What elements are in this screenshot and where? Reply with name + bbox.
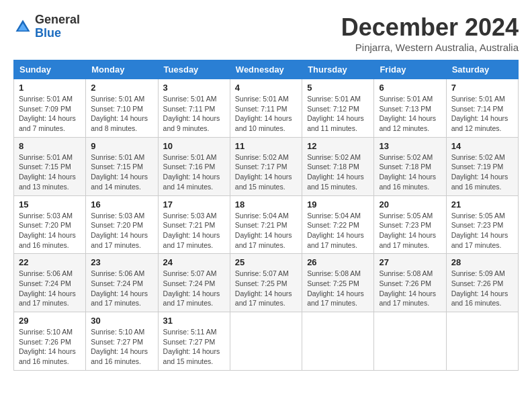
day-number: 15 bbox=[19, 199, 81, 210]
logo-text: General Blue bbox=[35, 13, 80, 40]
calendar-cell: 6Sunrise: 5:01 AM Sunset: 7:13 PM Daylig… bbox=[374, 79, 446, 138]
calendar-cell: 18Sunrise: 5:04 AM Sunset: 7:21 PM Dayli… bbox=[230, 195, 302, 254]
calendar-cell: 1Sunrise: 5:01 AM Sunset: 7:09 PM Daylig… bbox=[14, 79, 86, 138]
day-info: Sunrise: 5:01 AM Sunset: 7:11 PM Dayligh… bbox=[163, 94, 225, 134]
day-info: Sunrise: 5:02 AM Sunset: 7:18 PM Dayligh… bbox=[307, 152, 369, 192]
calendar-cell: 26Sunrise: 5:08 AM Sunset: 7:25 PM Dayli… bbox=[302, 254, 374, 312]
day-info: Sunrise: 5:02 AM Sunset: 7:18 PM Dayligh… bbox=[379, 152, 441, 192]
calendar-cell: 29Sunrise: 5:10 AM Sunset: 7:26 PM Dayli… bbox=[14, 312, 86, 371]
day-info: Sunrise: 5:01 AM Sunset: 7:15 PM Dayligh… bbox=[91, 152, 152, 192]
day-number: 9 bbox=[91, 141, 152, 151]
calendar-week-row: 22Sunrise: 5:06 AM Sunset: 7:24 PM Dayli… bbox=[14, 254, 519, 312]
column-header-tuesday: Tuesday bbox=[158, 60, 230, 79]
calendar-cell: 17Sunrise: 5:03 AM Sunset: 7:21 PM Dayli… bbox=[158, 195, 230, 254]
day-number: 26 bbox=[307, 257, 369, 267]
day-number: 11 bbox=[235, 141, 297, 151]
day-number: 1 bbox=[19, 83, 81, 93]
day-number: 21 bbox=[451, 199, 513, 210]
day-info: Sunrise: 5:01 AM Sunset: 7:12 PM Dayligh… bbox=[307, 94, 369, 134]
logo-general: General bbox=[35, 13, 80, 26]
calendar-cell: 8Sunrise: 5:01 AM Sunset: 7:15 PM Daylig… bbox=[14, 137, 86, 195]
day-info: Sunrise: 5:08 AM Sunset: 7:26 PM Dayligh… bbox=[379, 269, 441, 308]
day-info: Sunrise: 5:07 AM Sunset: 7:25 PM Dayligh… bbox=[235, 269, 297, 308]
calendar-cell: 19Sunrise: 5:04 AM Sunset: 7:22 PM Dayli… bbox=[302, 195, 374, 254]
calendar-cell: 11Sunrise: 5:02 AM Sunset: 7:17 PM Dayli… bbox=[230, 137, 302, 195]
calendar-cell bbox=[302, 312, 374, 371]
day-number: 6 bbox=[379, 83, 441, 93]
day-info: Sunrise: 5:01 AM Sunset: 7:09 PM Dayligh… bbox=[19, 94, 81, 134]
logo-blue: Blue bbox=[35, 26, 61, 40]
day-number: 7 bbox=[451, 83, 513, 93]
day-info: Sunrise: 5:08 AM Sunset: 7:25 PM Dayligh… bbox=[307, 269, 369, 308]
calendar-cell: 3Sunrise: 5:01 AM Sunset: 7:11 PM Daylig… bbox=[158, 79, 230, 138]
calendar-cell: 12Sunrise: 5:02 AM Sunset: 7:18 PM Dayli… bbox=[302, 137, 374, 195]
calendar-cell: 4Sunrise: 5:01 AM Sunset: 7:11 PM Daylig… bbox=[230, 79, 302, 138]
calendar-cell: 10Sunrise: 5:01 AM Sunset: 7:16 PM Dayli… bbox=[158, 137, 230, 195]
day-number: 20 bbox=[379, 199, 441, 210]
day-number: 4 bbox=[235, 83, 297, 93]
calendar-cell: 14Sunrise: 5:02 AM Sunset: 7:19 PM Dayli… bbox=[446, 137, 518, 195]
column-header-friday: Friday bbox=[374, 60, 446, 79]
calendar-cell: 13Sunrise: 5:02 AM Sunset: 7:18 PM Dayli… bbox=[374, 137, 446, 195]
day-info: Sunrise: 5:03 AM Sunset: 7:21 PM Dayligh… bbox=[163, 211, 225, 250]
location-subtitle: Pinjarra, Western Australia, Australia bbox=[341, 42, 519, 53]
day-info: Sunrise: 5:11 AM Sunset: 7:27 PM Dayligh… bbox=[163, 327, 225, 367]
day-info: Sunrise: 5:01 AM Sunset: 7:15 PM Dayligh… bbox=[19, 152, 81, 192]
calendar-cell: 5Sunrise: 5:01 AM Sunset: 7:12 PM Daylig… bbox=[302, 79, 374, 138]
column-header-saturday: Saturday bbox=[446, 60, 518, 79]
calendar-header-row: SundayMondayTuesdayWednesdayThursdayFrid… bbox=[14, 60, 519, 79]
calendar-cell: 30Sunrise: 5:10 AM Sunset: 7:27 PM Dayli… bbox=[86, 312, 158, 371]
day-number: 28 bbox=[451, 257, 513, 267]
day-info: Sunrise: 5:06 AM Sunset: 7:24 PM Dayligh… bbox=[19, 269, 81, 308]
day-number: 23 bbox=[91, 257, 152, 267]
day-number: 12 bbox=[307, 141, 369, 151]
day-info: Sunrise: 5:03 AM Sunset: 7:20 PM Dayligh… bbox=[19, 211, 81, 250]
calendar-week-row: 15Sunrise: 5:03 AM Sunset: 7:20 PM Dayli… bbox=[14, 195, 519, 254]
calendar-cell bbox=[374, 312, 446, 371]
calendar-cell: 22Sunrise: 5:06 AM Sunset: 7:24 PM Dayli… bbox=[14, 254, 86, 312]
calendar-cell bbox=[446, 312, 518, 371]
day-number: 29 bbox=[19, 316, 81, 326]
day-number: 27 bbox=[379, 257, 441, 267]
calendar-cell: 23Sunrise: 5:06 AM Sunset: 7:24 PM Dayli… bbox=[86, 254, 158, 312]
day-info: Sunrise: 5:06 AM Sunset: 7:24 PM Dayligh… bbox=[91, 269, 152, 308]
day-number: 30 bbox=[91, 316, 152, 326]
day-info: Sunrise: 5:05 AM Sunset: 7:23 PM Dayligh… bbox=[451, 211, 513, 250]
day-number: 5 bbox=[307, 83, 369, 93]
day-number: 25 bbox=[235, 257, 297, 267]
day-info: Sunrise: 5:04 AM Sunset: 7:22 PM Dayligh… bbox=[307, 211, 369, 250]
day-info: Sunrise: 5:05 AM Sunset: 7:23 PM Dayligh… bbox=[379, 211, 441, 250]
day-info: Sunrise: 5:01 AM Sunset: 7:16 PM Dayligh… bbox=[163, 152, 225, 192]
day-info: Sunrise: 5:02 AM Sunset: 7:19 PM Dayligh… bbox=[451, 152, 513, 192]
day-number: 31 bbox=[163, 316, 225, 326]
day-number: 10 bbox=[163, 141, 225, 151]
calendar-week-row: 1Sunrise: 5:01 AM Sunset: 7:09 PM Daylig… bbox=[14, 79, 519, 138]
day-number: 22 bbox=[19, 257, 81, 267]
calendar-cell: 9Sunrise: 5:01 AM Sunset: 7:15 PM Daylig… bbox=[86, 137, 158, 195]
day-number: 13 bbox=[379, 141, 441, 151]
day-info: Sunrise: 5:03 AM Sunset: 7:20 PM Dayligh… bbox=[91, 211, 152, 250]
day-info: Sunrise: 5:01 AM Sunset: 7:13 PM Dayligh… bbox=[379, 94, 441, 134]
calendar-cell: 24Sunrise: 5:07 AM Sunset: 7:24 PM Dayli… bbox=[158, 254, 230, 312]
logo-icon bbox=[13, 17, 32, 36]
day-number: 3 bbox=[163, 83, 225, 93]
day-number: 2 bbox=[91, 83, 152, 93]
column-header-monday: Monday bbox=[86, 60, 158, 79]
calendar-cell: 15Sunrise: 5:03 AM Sunset: 7:20 PM Dayli… bbox=[14, 195, 86, 254]
day-number: 17 bbox=[163, 199, 225, 210]
calendar-cell: 7Sunrise: 5:01 AM Sunset: 7:14 PM Daylig… bbox=[446, 79, 518, 138]
day-info: Sunrise: 5:01 AM Sunset: 7:10 PM Dayligh… bbox=[91, 94, 152, 134]
day-number: 8 bbox=[19, 141, 81, 151]
day-number: 18 bbox=[235, 199, 297, 210]
title-block: December 2024 Pinjarra, Western Australi… bbox=[341, 13, 519, 53]
calendar-cell: 21Sunrise: 5:05 AM Sunset: 7:23 PM Dayli… bbox=[446, 195, 518, 254]
day-number: 19 bbox=[307, 199, 369, 210]
column-header-wednesday: Wednesday bbox=[230, 60, 302, 79]
day-info: Sunrise: 5:09 AM Sunset: 7:26 PM Dayligh… bbox=[451, 269, 513, 308]
day-info: Sunrise: 5:01 AM Sunset: 7:11 PM Dayligh… bbox=[235, 94, 297, 134]
day-info: Sunrise: 5:02 AM Sunset: 7:17 PM Dayligh… bbox=[235, 152, 297, 192]
calendar-week-row: 29Sunrise: 5:10 AM Sunset: 7:26 PM Dayli… bbox=[14, 312, 519, 371]
column-header-thursday: Thursday bbox=[302, 60, 374, 79]
calendar-table: SundayMondayTuesdayWednesdayThursdayFrid… bbox=[13, 60, 519, 371]
day-number: 24 bbox=[163, 257, 225, 267]
